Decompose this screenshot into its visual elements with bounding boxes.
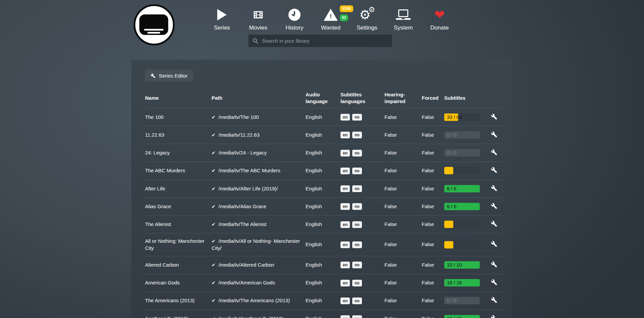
- nav-item-movies[interactable]: Movies: [240, 6, 276, 31]
- heart-icon: ❤: [421, 6, 458, 24]
- actions-cell: [488, 216, 502, 233]
- language-badge: en: [340, 315, 350, 318]
- series-editor-button[interactable]: Series Editor: [145, 70, 193, 82]
- series-path-cell: ✔/media/tv/The Americans (2013): [212, 292, 306, 310]
- series-path-cell: ✔/media/tv/24 - Legacy: [212, 144, 306, 162]
- column-header: Subtitles languages: [340, 88, 384, 108]
- clock-icon: [276, 6, 313, 24]
- audio-language-cell: English: [306, 310, 340, 318]
- subtitles-progress-cell: 0 / 0: [444, 292, 488, 310]
- search-input[interactable]: [262, 38, 388, 44]
- main-navigation: Series Movies History ! Wanted 2246 62 ⚙…: [204, 6, 458, 31]
- language-badge: en: [340, 150, 350, 156]
- subtitles-progress-bar: [444, 241, 480, 248]
- series-name-cell: All or Nothing: Manchester City: [145, 233, 212, 256]
- path-exists-check-icon: ✔: [212, 316, 216, 318]
- subtitles-progress-cell: 0 / 0: [444, 126, 488, 144]
- subtitles-languages-cell: enno: [340, 162, 384, 180]
- series-name-cell: 24: Legacy: [145, 144, 212, 162]
- edit-series-button[interactable]: [488, 314, 497, 318]
- nav-label: Donate: [421, 25, 458, 31]
- subtitles-languages-cell: enno: [340, 197, 384, 215]
- series-name-cell: After Life: [145, 180, 212, 197]
- content-panel: Series Editor NamePathAudio languageSubt…: [131, 60, 512, 318]
- subtitles-progress-cell: 0 / 0: [444, 144, 488, 162]
- language-badge: no: [352, 315, 362, 318]
- edit-series-button[interactable]: [488, 220, 497, 228]
- table-header-row: NamePathAudio languageSubtitles language…: [145, 88, 502, 108]
- actions-cell: [488, 292, 502, 310]
- edit-series-button[interactable]: [488, 131, 497, 139]
- series-path-cell: ✔/media/tv/American Gods: [212, 274, 306, 292]
- edit-series-button[interactable]: [488, 240, 497, 248]
- nav-item-system[interactable]: System: [385, 6, 421, 31]
- nav-label: System: [385, 25, 421, 31]
- subtitles-progress-cell: 6 / 6: [444, 180, 488, 197]
- hearing-impaired-cell: False: [384, 126, 422, 144]
- subtitles-progress-label: 0 / 0: [447, 149, 456, 156]
- forced-cell: False: [422, 310, 444, 318]
- nav-item-series[interactable]: Series: [204, 6, 240, 31]
- actions-cell: [488, 256, 502, 274]
- app-logo[interactable]: [134, 4, 175, 45]
- audio-language-cell: English: [306, 144, 340, 162]
- series-table: NamePathAudio languageSubtitles language…: [145, 88, 502, 318]
- subtitles-languages-cell: enno: [340, 274, 384, 292]
- actions-cell: [488, 197, 502, 215]
- nav-item-donate[interactable]: ❤ Donate: [421, 6, 458, 31]
- series-path-cell: ✔/media/tv/The Alienist: [212, 216, 306, 233]
- audio-language-cell: English: [306, 162, 340, 180]
- audio-language-cell: English: [306, 256, 340, 274]
- subtitles-progress-bar: 10 / 10: [444, 261, 480, 269]
- subtitles-progress-cell: [444, 233, 488, 256]
- hearing-impaired-cell: False: [384, 180, 422, 197]
- forced-cell: False: [422, 162, 444, 180]
- forced-cell: False: [422, 233, 444, 256]
- language-badge: en: [340, 168, 350, 174]
- series-path-cell: ✔/media/tv/The ABC Murders: [212, 162, 306, 180]
- subtitles-languages-cell: enno: [340, 216, 384, 233]
- column-header: Subtitles: [444, 88, 488, 108]
- nav-item-history[interactable]: History: [276, 6, 313, 31]
- table-row: 11.22.63✔/media/tv/11.22.63EnglishennoFa…: [145, 126, 502, 144]
- nav-item-wanted[interactable]: ! Wanted 2246 62: [313, 6, 349, 31]
- edit-series-button[interactable]: [488, 148, 497, 156]
- subtitles-progress-label: 10 / 10: [447, 261, 462, 269]
- edit-series-button[interactable]: [488, 202, 497, 210]
- edit-series-button[interactable]: [488, 184, 497, 192]
- audio-language-cell: English: [306, 216, 340, 233]
- edit-series-button[interactable]: [488, 296, 497, 304]
- hearing-impaired-cell: False: [384, 108, 422, 126]
- subtitles-progress-label: 0 / 0: [447, 131, 456, 139]
- path-exists-check-icon: ✔: [212, 280, 216, 285]
- language-badge: no: [352, 221, 362, 228]
- wrench-icon: [491, 113, 497, 120]
- series-path-cell: ✔/media/tv/Alias Grace: [212, 197, 306, 215]
- path-exists-check-icon: ✔: [212, 262, 216, 268]
- subtitles-progress-cell: 6 / 6: [444, 197, 488, 215]
- language-badge: en: [340, 185, 350, 192]
- edit-series-button[interactable]: [488, 166, 497, 174]
- language-badge: no: [352, 298, 362, 304]
- nav-item-settings[interactable]: ⚙⚙ Settings: [349, 6, 385, 31]
- edit-series-button[interactable]: [488, 278, 497, 286]
- forced-cell: False: [422, 256, 444, 274]
- play-icon: [204, 6, 240, 24]
- wanted-movies-count-badge: 62: [340, 14, 348, 21]
- edit-series-button[interactable]: [488, 113, 497, 121]
- wrench-icon: [491, 149, 497, 155]
- language-badge: no: [352, 150, 362, 156]
- forced-cell: False: [422, 180, 444, 197]
- nav-label: Movies: [240, 25, 276, 31]
- forced-cell: False: [422, 108, 444, 126]
- wrench-icon: [491, 279, 497, 285]
- language-badge: en: [340, 298, 350, 304]
- subtitles-progress-bar: [444, 167, 480, 174]
- edit-series-button[interactable]: [488, 261, 497, 269]
- language-badge: en: [340, 114, 350, 121]
- wrench-icon: [491, 167, 497, 173]
- language-badge: en: [340, 280, 350, 286]
- wrench-icon: [150, 73, 155, 78]
- series-name-cell: 11.22.63: [145, 126, 212, 144]
- audio-language-cell: English: [306, 233, 340, 256]
